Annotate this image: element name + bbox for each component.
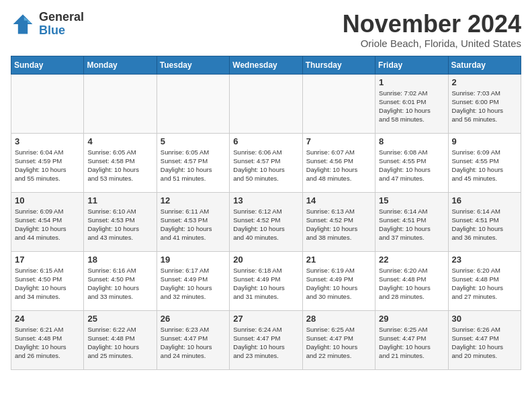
day-number: 10 — [15, 195, 80, 205]
calendar-cell: 15Sunrise: 6:14 AM Sunset: 4:51 PM Dayli… — [375, 192, 448, 251]
day-number: 12 — [161, 195, 226, 205]
day-number: 13 — [233, 195, 298, 205]
calendar-cell: 8Sunrise: 6:08 AM Sunset: 4:55 PM Daylig… — [375, 133, 448, 192]
weekday-header-sunday: Sunday — [11, 56, 84, 74]
day-number: 24 — [15, 314, 80, 324]
day-info: Sunrise: 6:04 AM Sunset: 4:59 PM Dayligh… — [15, 148, 80, 183]
day-number: 28 — [306, 314, 371, 324]
day-number: 9 — [452, 136, 517, 146]
day-info: Sunrise: 6:24 AM Sunset: 4:47 PM Dayligh… — [233, 325, 298, 361]
calendar-cell: 29Sunrise: 6:25 AM Sunset: 4:47 PM Dayli… — [375, 310, 448, 369]
calendar-cell: 2Sunrise: 7:03 AM Sunset: 6:00 PM Daylig… — [448, 74, 521, 133]
calendar-cell: 14Sunrise: 6:13 AM Sunset: 4:52 PM Dayli… — [302, 192, 375, 251]
month-title: November 2024 — [343, 11, 521, 38]
day-number: 18 — [87, 255, 152, 265]
calendar-cell: 4Sunrise: 6:05 AM Sunset: 4:58 PM Daylig… — [84, 133, 157, 192]
day-info: Sunrise: 6:17 AM Sunset: 4:49 PM Dayligh… — [161, 266, 226, 302]
calendar-cell: 7Sunrise: 6:07 AM Sunset: 4:56 PM Daylig… — [302, 133, 375, 192]
day-info: Sunrise: 6:22 AM Sunset: 4:48 PM Dayligh… — [87, 325, 152, 361]
day-info: Sunrise: 6:21 AM Sunset: 4:48 PM Dayligh… — [15, 325, 80, 361]
day-number: 1 — [379, 77, 444, 87]
calendar-cell — [302, 74, 375, 133]
day-info: Sunrise: 6:20 AM Sunset: 4:48 PM Dayligh… — [452, 266, 517, 302]
calendar-cell: 6Sunrise: 6:06 AM Sunset: 4:57 PM Daylig… — [230, 133, 302, 192]
calendar-cell: 9Sunrise: 6:09 AM Sunset: 4:55 PM Daylig… — [448, 133, 521, 192]
calendar-cell — [11, 74, 84, 133]
logo-text: General Blue — [39, 11, 84, 38]
calendar-cell: 30Sunrise: 6:26 AM Sunset: 4:47 PM Dayli… — [448, 310, 521, 369]
day-number: 7 — [306, 136, 371, 146]
day-number: 23 — [452, 255, 517, 265]
day-info: Sunrise: 6:09 AM Sunset: 4:55 PM Dayligh… — [452, 148, 517, 183]
calendar-cell: 26Sunrise: 6:23 AM Sunset: 4:47 PM Dayli… — [157, 310, 229, 369]
calendar-cell: 17Sunrise: 6:15 AM Sunset: 4:50 PM Dayli… — [11, 251, 84, 310]
calendar-cell: 28Sunrise: 6:25 AM Sunset: 4:47 PM Dayli… — [302, 310, 375, 369]
day-info: Sunrise: 6:07 AM Sunset: 4:56 PM Dayligh… — [306, 148, 371, 183]
day-info: Sunrise: 6:09 AM Sunset: 4:54 PM Dayligh… — [15, 207, 80, 242]
day-number: 16 — [452, 195, 517, 205]
day-number: 11 — [87, 195, 152, 205]
calendar-cell: 18Sunrise: 6:16 AM Sunset: 4:50 PM Dayli… — [84, 251, 157, 310]
day-number: 19 — [161, 255, 226, 265]
calendar-cell — [84, 74, 157, 133]
calendar-cell: 22Sunrise: 6:20 AM Sunset: 4:48 PM Dayli… — [375, 251, 448, 310]
day-number: 2 — [452, 77, 517, 87]
day-info: Sunrise: 6:15 AM Sunset: 4:50 PM Dayligh… — [15, 266, 80, 302]
calendar-table: SundayMondayTuesdayWednesdayThursdayFrid… — [11, 56, 521, 370]
calendar-cell: 5Sunrise: 6:05 AM Sunset: 4:57 PM Daylig… — [157, 133, 229, 192]
weekday-header-thursday: Thursday — [302, 56, 375, 74]
logo-icon — [11, 12, 35, 36]
day-info: Sunrise: 6:14 AM Sunset: 4:51 PM Dayligh… — [379, 207, 444, 242]
day-info: Sunrise: 6:13 AM Sunset: 4:52 PM Dayligh… — [306, 207, 371, 242]
day-info: Sunrise: 6:20 AM Sunset: 4:48 PM Dayligh… — [379, 266, 444, 302]
day-info: Sunrise: 6:05 AM Sunset: 4:58 PM Dayligh… — [87, 148, 152, 183]
day-number: 27 — [233, 314, 298, 324]
day-number: 20 — [233, 255, 298, 265]
day-info: Sunrise: 6:08 AM Sunset: 4:55 PM Dayligh… — [379, 148, 444, 183]
calendar-cell: 24Sunrise: 6:21 AM Sunset: 4:48 PM Dayli… — [11, 310, 84, 369]
calendar-body: 1Sunrise: 7:02 AM Sunset: 6:01 PM Daylig… — [11, 74, 521, 369]
day-number: 3 — [15, 136, 80, 146]
day-number: 26 — [161, 314, 226, 324]
calendar-cell: 16Sunrise: 6:14 AM Sunset: 4:51 PM Dayli… — [448, 192, 521, 251]
day-number: 22 — [379, 255, 444, 265]
day-info: Sunrise: 6:06 AM Sunset: 4:57 PM Dayligh… — [233, 148, 298, 183]
weekday-header-monday: Monday — [84, 56, 157, 74]
day-number: 8 — [379, 136, 444, 146]
svg-marker-0 — [13, 14, 33, 34]
calendar-week-5: 24Sunrise: 6:21 AM Sunset: 4:48 PM Dayli… — [11, 310, 521, 369]
calendar-header: SundayMondayTuesdayWednesdayThursdayFrid… — [11, 56, 521, 74]
day-number: 6 — [233, 136, 298, 146]
calendar-week-2: 3Sunrise: 6:04 AM Sunset: 4:59 PM Daylig… — [11, 133, 521, 192]
day-number: 17 — [15, 255, 80, 265]
day-number: 4 — [87, 136, 152, 146]
day-info: Sunrise: 6:16 AM Sunset: 4:50 PM Dayligh… — [87, 266, 152, 302]
calendar-cell: 11Sunrise: 6:10 AM Sunset: 4:53 PM Dayli… — [84, 192, 157, 251]
day-info: Sunrise: 6:12 AM Sunset: 4:52 PM Dayligh… — [233, 207, 298, 242]
calendar-week-4: 17Sunrise: 6:15 AM Sunset: 4:50 PM Dayli… — [11, 251, 521, 310]
weekday-header-row: SundayMondayTuesdayWednesdayThursdayFrid… — [11, 56, 521, 74]
day-info: Sunrise: 6:26 AM Sunset: 4:47 PM Dayligh… — [452, 325, 517, 361]
day-number: 14 — [306, 195, 371, 205]
day-info: Sunrise: 6:18 AM Sunset: 4:49 PM Dayligh… — [233, 266, 298, 302]
calendar-cell: 13Sunrise: 6:12 AM Sunset: 4:52 PM Dayli… — [230, 192, 302, 251]
calendar-cell — [230, 74, 302, 133]
day-info: Sunrise: 6:14 AM Sunset: 4:51 PM Dayligh… — [452, 207, 517, 242]
calendar-cell: 3Sunrise: 6:04 AM Sunset: 4:59 PM Daylig… — [11, 133, 84, 192]
day-number: 21 — [306, 255, 371, 265]
day-info: Sunrise: 7:02 AM Sunset: 6:01 PM Dayligh… — [379, 89, 444, 124]
day-info: Sunrise: 6:05 AM Sunset: 4:57 PM Dayligh… — [161, 148, 226, 183]
day-info: Sunrise: 6:11 AM Sunset: 4:53 PM Dayligh… — [161, 207, 226, 242]
calendar-cell: 25Sunrise: 6:22 AM Sunset: 4:48 PM Dayli… — [84, 310, 157, 369]
day-number: 15 — [379, 195, 444, 205]
day-info: Sunrise: 6:10 AM Sunset: 4:53 PM Dayligh… — [87, 207, 152, 242]
location-subtitle: Oriole Beach, Florida, United States — [343, 38, 521, 49]
calendar-cell: 23Sunrise: 6:20 AM Sunset: 4:48 PM Dayli… — [448, 251, 521, 310]
day-info: Sunrise: 6:25 AM Sunset: 4:47 PM Dayligh… — [306, 325, 371, 361]
calendar-cell — [157, 74, 229, 133]
day-number: 25 — [87, 314, 152, 324]
weekday-header-tuesday: Tuesday — [157, 56, 229, 74]
calendar-cell: 10Sunrise: 6:09 AM Sunset: 4:54 PM Dayli… — [11, 192, 84, 251]
calendar-cell: 19Sunrise: 6:17 AM Sunset: 4:49 PM Dayli… — [157, 251, 229, 310]
day-info: Sunrise: 6:25 AM Sunset: 4:47 PM Dayligh… — [379, 325, 444, 361]
